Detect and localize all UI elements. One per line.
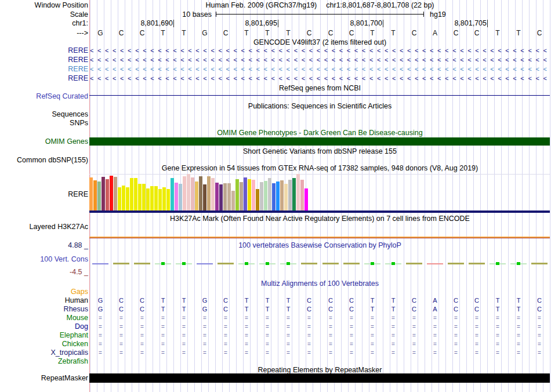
gencode-gene-label[interactable]: RERE	[68, 74, 88, 83]
multiz-species-label[interactable]: Gaps	[71, 288, 88, 296]
gtex-bar[interactable]	[284, 184, 288, 210]
gtex-bar[interactable]	[235, 179, 239, 210]
gtex-bar[interactable]	[179, 184, 182, 210]
gtex-bar[interactable]	[130, 178, 133, 210]
repeatmasker-label[interactable]: RepeatMasker	[41, 374, 88, 383]
multiz-species-label[interactable]: Zebrafish	[58, 357, 88, 366]
phylop-segment-peak[interactable]	[266, 262, 269, 265]
phylop-segment[interactable]	[113, 263, 129, 264]
gtex-bar[interactable]	[162, 187, 166, 210]
gtex-bar[interactable]	[240, 182, 243, 210]
phylop-segment-peak[interactable]	[371, 262, 374, 265]
gtex-bar[interactable]	[175, 183, 178, 210]
gtex-bar[interactable]	[158, 189, 162, 210]
refseq-gene-line[interactable]	[89, 95, 550, 96]
multiz-species-label[interactable]: Mouse	[66, 314, 88, 322]
gtex-bar[interactable]	[272, 183, 276, 210]
phylop-segment[interactable]	[448, 263, 464, 264]
gtex-bar[interactable]	[207, 176, 211, 210]
gencode-transcript-arrows[interactable]: <<<<<<<<<<<<<<<<<<<<<<<<<<<<<<<<<<<<<<<<…	[90, 56, 550, 64]
gtex-bar[interactable]	[199, 176, 202, 210]
phylop-segment[interactable]	[343, 263, 360, 264]
gtex-bar[interactable]	[304, 188, 308, 210]
gtex-bar[interactable]	[280, 180, 284, 210]
gencode-transcript-arrows[interactable]: <<<<<<<<<<<<<<<<<<<<<<<<<<<<<<<<<<<<<<<<…	[90, 46, 550, 55]
phylop-segment-peak[interactable]	[517, 262, 520, 265]
gtex-bar[interactable]	[276, 182, 280, 210]
gtex-bar[interactable]	[187, 174, 190, 210]
gtex-bar[interactable]	[292, 178, 296, 210]
gtex-bar[interactable]	[126, 187, 129, 210]
gtex-bar[interactable]	[231, 191, 235, 210]
gtex-bar[interactable]	[223, 183, 227, 210]
gtex-bar[interactable]	[89, 177, 93, 210]
phylop-segment-peak[interactable]	[287, 262, 290, 265]
gtex-bar[interactable]	[227, 183, 231, 210]
gtex-bar[interactable]	[166, 189, 170, 210]
gtex-bar[interactable]	[191, 177, 194, 210]
phylop-segment[interactable]	[469, 263, 485, 264]
phylop-segment-peak[interactable]	[182, 262, 186, 265]
gtex-bar[interactable]	[219, 184, 223, 210]
gtex-bar[interactable]	[97, 182, 101, 210]
gtex-bar[interactable]	[110, 176, 113, 210]
gtex-bar[interactable]	[215, 183, 219, 210]
gtex-bar[interactable]	[296, 174, 300, 210]
gtex-bar[interactable]	[150, 186, 154, 210]
refseq-curated-label[interactable]: RefSeq Curated	[36, 92, 88, 101]
gencode-transcript-arrows[interactable]: <<<<<<<<<<<<<<<<<<<<<<<<<<<<<<<<<<<<<<<<…	[90, 65, 550, 74]
gencode-gene-label[interactable]: RERE	[68, 56, 88, 64]
gtex-bar[interactable]	[264, 181, 267, 210]
gtex-bar[interactable]	[142, 184, 146, 210]
phylop-segment-peak[interactable]	[161, 262, 165, 265]
gtex-bar[interactable]	[248, 179, 251, 210]
gtex-bar[interactable]	[114, 177, 117, 210]
multiz-species-label[interactable]: X_tropicalis	[50, 349, 88, 357]
phylop-segment[interactable]	[217, 263, 234, 264]
snps-track-label[interactable]: SNPs	[70, 119, 88, 128]
sequences-track-label[interactable]: Sequences	[52, 110, 88, 119]
gtex-bar[interactable]	[138, 184, 142, 210]
phylop-segment[interactable]	[531, 263, 548, 264]
multiz-species-label[interactable]: Rhesus	[64, 305, 88, 314]
phylop-segment[interactable]	[92, 263, 108, 264]
gtex-bar[interactable]	[300, 180, 304, 210]
gencode-gene-label[interactable]: RERE	[68, 65, 88, 74]
gtex-bar[interactable]	[122, 186, 125, 210]
gtex-bar[interactable]	[288, 180, 292, 210]
multiz-species-label[interactable]: Chicken	[62, 340, 88, 349]
gtex-bar[interactable]	[211, 178, 215, 210]
phylop-segment[interactable]	[197, 263, 213, 264]
multiz-species-label[interactable]: Dog	[75, 322, 88, 331]
gtex-bar[interactable]	[244, 177, 247, 210]
phylop-segment[interactable]	[406, 263, 422, 264]
phylop-track-label[interactable]: 100 Vert. Cons	[40, 255, 88, 264]
dbsnp-track-label[interactable]: Common dbSNP(155)	[17, 156, 88, 165]
phylop-segment[interactable]	[301, 263, 317, 264]
gtex-bar[interactable]	[171, 178, 174, 210]
gtex-bar[interactable]	[256, 189, 259, 210]
gtex-bar[interactable]	[93, 180, 97, 210]
omim-genes-label[interactable]: OMIM Genes	[45, 137, 88, 146]
repeatmasker-bar[interactable]	[89, 373, 550, 383]
phylop-segment-peak[interactable]	[496, 262, 499, 265]
multiz-species-label[interactable]: Human	[65, 296, 88, 305]
phylop-segment[interactable]	[427, 263, 443, 264]
multiz-species-label[interactable]: Elephant	[60, 331, 88, 340]
phylop-segment-peak[interactable]	[392, 262, 395, 265]
gtex-bar[interactable]	[183, 176, 186, 210]
phylop-segment[interactable]	[134, 263, 150, 264]
gtex-gene-label[interactable]: RERE	[68, 190, 88, 199]
gtex-bar[interactable]	[195, 182, 198, 210]
phylop-segment[interactable]	[322, 263, 339, 264]
gencode-gene-label[interactable]: RERE	[68, 46, 88, 55]
gencode-transcript-arrows[interactable]: <<<<<<<<<<<<<<<<<<<<<<<<<<<<<<<<<<<<<<<<…	[90, 74, 550, 83]
h3k27ac-track-label[interactable]: Layered H3K27Ac	[30, 223, 88, 231]
h3k27ac-signal-red[interactable]	[89, 238, 550, 238]
gtex-bar[interactable]	[268, 178, 271, 210]
gtex-bar[interactable]	[106, 179, 109, 210]
gtex-bar[interactable]	[118, 187, 121, 210]
gtex-bar[interactable]	[252, 180, 255, 210]
phylop-segment-peak[interactable]	[245, 262, 248, 265]
gtex-bar[interactable]	[146, 188, 150, 210]
